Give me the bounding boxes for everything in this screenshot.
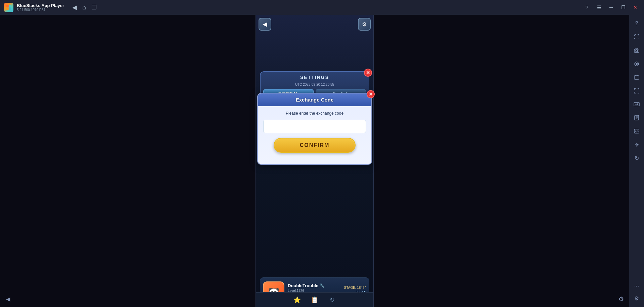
game-back-button[interactable]: ◀ — [259, 18, 271, 31]
exchange-title: Exchange Code — [296, 97, 334, 103]
svg-rect-9 — [634, 76, 639, 79]
help-sidebar-icon[interactable]: ? — [631, 17, 643, 30]
app-info: BlueStacks App Player 5.21.500.1070 P64 — [17, 3, 64, 12]
back-button[interactable]: ◀ — [72, 4, 77, 11]
sidebar-photo-icon[interactable] — [631, 125, 643, 137]
bluestacks-settings-icon[interactable]: ⚙ — [616, 294, 627, 304]
bottom-icon-bar: ⭐ 📋 ↻ — [256, 292, 373, 307]
svg-point-5 — [636, 50, 638, 52]
exchange-dialog: Exchange Code ✕ Please enter the exchang… — [257, 93, 372, 165]
minimize-button[interactable]: ─ — [606, 3, 616, 12]
sidebar-screenshot-icon[interactable] — [631, 71, 643, 83]
titlebar: BlueStacks App Player 5.21.500.1070 P64 … — [0, 0, 644, 15]
sidebar-record-icon[interactable] — [631, 58, 643, 70]
sidebar-more-icon[interactable]: ··· — [634, 282, 639, 290]
right-sidebar: ? ⛶ — [629, 15, 644, 307]
close-button[interactable]: ✕ — [631, 3, 640, 12]
clipboard-icon[interactable]: 📋 — [309, 295, 320, 305]
sidebar-airplane-icon[interactable]: ✈ — [631, 139, 643, 151]
help-button[interactable]: ? — [582, 3, 592, 12]
copy-button[interactable]: ❐ — [91, 4, 97, 11]
app-version: 5.21.500.1070 P64 — [17, 8, 64, 12]
svg-point-0 — [6, 5, 9, 7]
sidebar-expand-icon[interactable]: ⛶ — [631, 31, 643, 43]
sidebar-apk-icon[interactable] — [631, 112, 643, 124]
settings-timestamp: UTC 2023-09-20 12:20:55 — [261, 83, 369, 86]
svg-point-3 — [9, 7, 11, 10]
svg-point-13 — [635, 130, 636, 131]
wrench-icon: 🔧 — [320, 283, 324, 288]
menu-button[interactable]: ☰ — [594, 3, 604, 12]
bluestacks-expand-icon[interactable]: ◀ — [3, 294, 13, 304]
settings-title: SETTINGS — [261, 72, 369, 83]
star-icon[interactable]: ⭐ — [292, 295, 303, 305]
window-controls: ? ☰ ─ ❐ ✕ — [582, 3, 640, 12]
refresh-icon[interactable]: ↻ — [327, 295, 337, 305]
restore-button[interactable]: ❐ — [618, 3, 628, 12]
titlebar-nav: ◀ ⌂ ❐ — [72, 4, 97, 11]
settings-close-button[interactable]: ✕ — [364, 69, 372, 77]
sidebar-fullscreen-icon[interactable] — [631, 85, 643, 97]
profile-name: DoubleTrouble — [288, 283, 318, 288]
sidebar-settings-icon[interactable]: ⚙ — [631, 292, 643, 304]
app-name: BlueStacks App Player — [17, 3, 64, 8]
game-frame: ◀ ⚙ ✕ SETTINGS UTC 2023-09-20 12:20:55 G… — [256, 15, 374, 307]
exchange-close-button[interactable]: ✕ — [367, 90, 375, 98]
exchange-body: Please enter the exchange code CONFIRM — [258, 106, 371, 157]
svg-point-8 — [636, 63, 638, 65]
exchange-header: Exchange Code ✕ — [258, 93, 371, 106]
exchange-label: Please enter the exchange code — [263, 111, 366, 116]
svg-rect-12 — [634, 129, 639, 133]
sidebar-sync-icon[interactable]: ↻ — [631, 152, 643, 164]
exchange-code-input[interactable] — [263, 120, 366, 133]
sidebar-camera-icon[interactable] — [631, 44, 643, 56]
svg-point-1 — [9, 5, 11, 7]
confirm-button[interactable]: CONFIRM — [274, 138, 356, 153]
game-settings-button[interactable]: ⚙ — [358, 18, 371, 31]
svg-point-2 — [6, 7, 9, 10]
profile-name-row: DoubleTrouble 🔧 — [288, 283, 340, 288]
home-button[interactable]: ⌂ — [82, 4, 86, 11]
game-area: ◀ ⚙ ✕ SETTINGS UTC 2023-09-20 12:20:55 G… — [0, 15, 629, 307]
sidebar-resize-icon[interactable] — [631, 98, 643, 110]
app-logo — [4, 3, 13, 12]
game-top-bar: ◀ ⚙ — [259, 17, 371, 31]
profile-stage: STAGE: 18424 — [344, 286, 366, 290]
